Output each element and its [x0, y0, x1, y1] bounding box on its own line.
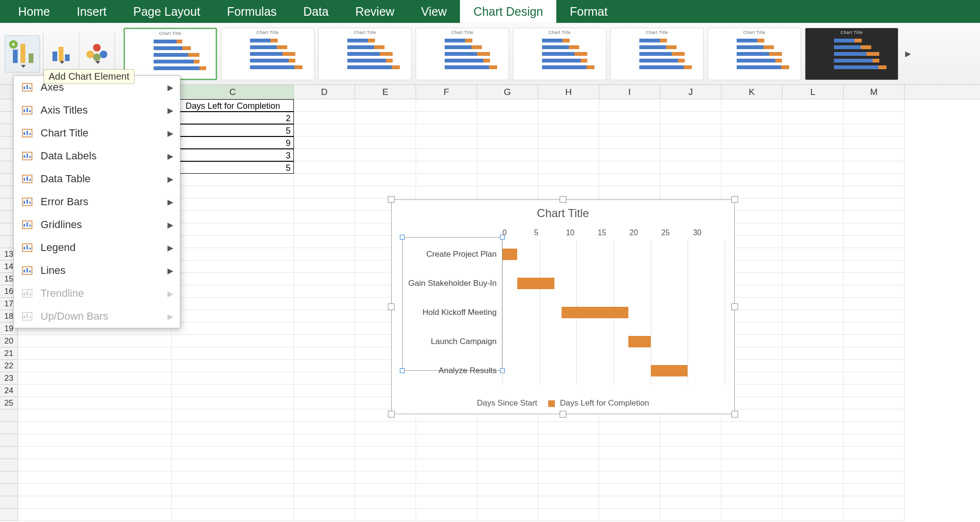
tab-formulas[interactable]: Formulas	[214, 0, 290, 23]
cell[interactable]	[294, 236, 355, 248]
cell[interactable]	[538, 434, 599, 447]
cell[interactable]	[477, 99, 538, 112]
cell[interactable]	[355, 186, 416, 198]
cell[interactable]	[18, 496, 172, 509]
column-header-m[interactable]: M	[844, 85, 905, 99]
cell[interactable]	[782, 298, 844, 310]
menu-item-data-labels[interactable]: Data Labels ▶	[14, 145, 180, 167]
cell[interactable]	[844, 484, 905, 496]
cell[interactable]	[599, 112, 660, 124]
cell[interactable]	[416, 112, 477, 124]
cell[interactable]	[18, 459, 172, 471]
cell[interactable]	[782, 372, 844, 385]
cell[interactable]	[782, 509, 844, 521]
cell[interactable]	[660, 484, 721, 496]
chart-style-7[interactable]: Chart Title	[708, 28, 801, 80]
cell[interactable]	[477, 434, 538, 447]
cell[interactable]	[782, 347, 844, 360]
cell[interactable]	[18, 484, 172, 496]
cell[interactable]	[599, 422, 660, 434]
cell[interactable]	[172, 360, 294, 372]
cell[interactable]	[355, 447, 416, 459]
cell[interactable]	[172, 335, 294, 347]
column-header-c[interactable]: C	[172, 85, 294, 99]
row-header[interactable]: 25	[0, 397, 18, 409]
cell[interactable]	[844, 422, 905, 434]
tab-insert[interactable]: Insert	[63, 0, 120, 23]
cell[interactable]	[538, 136, 599, 149]
cell[interactable]	[844, 186, 905, 198]
chart-style-4[interactable]: Chart Title	[416, 28, 509, 80]
cell[interactable]	[172, 459, 294, 471]
cell[interactable]	[355, 174, 416, 186]
resize-handle[interactable]	[560, 196, 566, 203]
cell[interactable]	[721, 161, 782, 174]
cell[interactable]	[599, 149, 660, 161]
cell[interactable]	[416, 509, 477, 521]
cell[interactable]	[294, 198, 355, 211]
cell[interactable]	[538, 99, 599, 112]
chart-title[interactable]: Chart Title	[392, 200, 734, 223]
cell[interactable]	[294, 385, 355, 397]
cell[interactable]	[844, 198, 905, 211]
menu-item-gridlines[interactable]: Gridlines ▶	[14, 213, 180, 236]
cell[interactable]	[416, 186, 477, 198]
cell[interactable]	[416, 136, 477, 149]
tab-chart-design[interactable]: Chart Design	[460, 0, 556, 23]
cell[interactable]	[294, 471, 355, 484]
column-header-k[interactable]: K	[721, 85, 782, 99]
cell[interactable]	[18, 347, 172, 360]
cell[interactable]	[172, 496, 294, 509]
cell[interactable]	[844, 161, 905, 174]
cell[interactable]	[294, 310, 355, 323]
cell[interactable]	[660, 149, 721, 161]
cell[interactable]	[538, 161, 599, 174]
gallery-next-button[interactable]: ▶	[902, 28, 914, 80]
cell[interactable]	[416, 149, 477, 161]
cell[interactable]	[172, 323, 294, 335]
cell[interactable]: 3	[172, 149, 294, 161]
row-header[interactable]: 21	[0, 347, 18, 360]
menu-item-axis-titles[interactable]: Axis Titles ▶	[14, 99, 180, 122]
chart-style-2[interactable]: Chart Title	[221, 28, 314, 80]
row-header[interactable]	[0, 434, 18, 447]
cell[interactable]	[172, 447, 294, 459]
add-chart-element-button[interactable]: +	[5, 35, 40, 73]
cell[interactable]	[416, 174, 477, 186]
menu-item-lines[interactable]: Lines ▶	[14, 259, 180, 282]
column-header-j[interactable]: J	[660, 85, 721, 99]
cell[interactable]	[660, 422, 721, 434]
bar[interactable]	[562, 307, 628, 318]
cell[interactable]	[294, 509, 355, 521]
cell[interactable]	[844, 310, 905, 323]
cell[interactable]	[18, 372, 172, 385]
cell[interactable]: 2	[172, 112, 294, 124]
menu-item-legend[interactable]: Legend ▶	[14, 236, 180, 259]
cell[interactable]	[599, 459, 660, 471]
cell[interactable]	[355, 471, 416, 484]
cell[interactable]	[599, 447, 660, 459]
cell[interactable]	[172, 397, 294, 409]
cell[interactable]	[355, 484, 416, 496]
cell[interactable]	[844, 360, 905, 372]
cell[interactable]	[477, 149, 538, 161]
cell[interactable]	[294, 136, 355, 149]
cell[interactable]	[172, 211, 294, 223]
cell[interactable]	[18, 397, 172, 409]
cell[interactable]	[721, 112, 782, 124]
cell[interactable]	[355, 509, 416, 521]
tab-format[interactable]: Format	[556, 0, 621, 23]
cell[interactable]	[477, 422, 538, 434]
cell[interactable]	[172, 385, 294, 397]
cell[interactable]	[844, 509, 905, 521]
cell[interactable]	[416, 484, 477, 496]
cell[interactable]	[355, 496, 416, 509]
cell[interactable]	[599, 174, 660, 186]
cell[interactable]: 5	[172, 124, 294, 136]
cell[interactable]	[721, 174, 782, 186]
resize-handle[interactable]	[560, 411, 566, 418]
row-header[interactable]: 20	[0, 335, 18, 347]
cell[interactable]	[294, 335, 355, 347]
cell[interactable]	[355, 99, 416, 112]
cell[interactable]	[844, 273, 905, 285]
